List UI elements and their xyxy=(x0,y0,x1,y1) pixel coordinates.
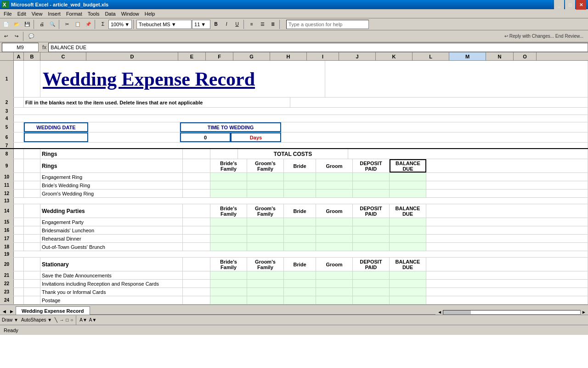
scroll-left-arrow[interactable]: ◄ xyxy=(437,310,442,315)
col-o-header[interactable]: O xyxy=(514,52,537,60)
cell-e17[interactable] xyxy=(183,235,210,242)
time-to-wedding-label[interactable]: TIME TO WEDDING xyxy=(180,122,281,132)
col-b-header[interactable]: B xyxy=(24,52,40,60)
cell-subtitle[interactable]: Fill in the blanks next to the item used… xyxy=(24,98,290,107)
cell-h17[interactable] xyxy=(247,235,284,242)
item-brides-ring[interactable]: Bride's Wedding Ring xyxy=(40,181,183,189)
minimize-btn[interactable]: _ xyxy=(554,0,564,10)
cell-m21[interactable] xyxy=(390,271,426,279)
cell-e24[interactable] xyxy=(183,296,210,304)
cell-a4[interactable] xyxy=(14,115,588,122)
cell-b-title[interactable] xyxy=(24,61,40,97)
cell-i18[interactable] xyxy=(284,243,316,251)
cell-k10[interactable] xyxy=(353,173,390,181)
col-f-header[interactable]: F xyxy=(206,52,233,60)
cell-j12[interactable] xyxy=(316,190,353,197)
align-right-btn[interactable]: ≣ xyxy=(268,19,278,29)
sum-btn[interactable]: Σ xyxy=(98,19,108,29)
cell-g10[interactable] xyxy=(210,173,247,181)
cell-k24[interactable] xyxy=(353,296,390,304)
item-thankyou[interactable]: Thank you or Informal Cards xyxy=(40,288,183,296)
cell-a22[interactable] xyxy=(14,280,24,288)
copy-btn[interactable]: 📋 xyxy=(73,19,83,29)
item-outoftown-brunch[interactable]: Out-of-Town Guests' Brunch xyxy=(40,243,183,251)
cell-h18[interactable] xyxy=(247,243,284,251)
redo-btn[interactable]: ↪ xyxy=(11,31,22,41)
preview-btn[interactable]: 🔍 xyxy=(47,19,57,29)
cell-k22[interactable] xyxy=(353,280,390,288)
maximize-btn[interactable]: □ xyxy=(565,0,575,10)
cell-b18[interactable] xyxy=(24,243,40,251)
cell-j22[interactable] xyxy=(316,280,353,288)
cell-e20[interactable] xyxy=(183,258,210,271)
cell-b17[interactable] xyxy=(24,235,40,242)
cell-b14[interactable] xyxy=(24,204,40,218)
cell-j15[interactable] xyxy=(316,218,353,226)
cell-a11[interactable] xyxy=(14,181,24,189)
col-d-header[interactable]: D xyxy=(86,52,178,60)
cell-reference[interactable]: M9 xyxy=(2,43,39,52)
cell-i17[interactable] xyxy=(284,235,316,242)
cell-i21[interactable] xyxy=(284,271,316,279)
paste-btn[interactable]: 📌 xyxy=(83,19,93,29)
cell-d6[interactable] xyxy=(88,132,180,142)
col-j-header[interactable]: J xyxy=(339,52,376,60)
cell-k11[interactable] xyxy=(353,181,390,189)
cell-b15[interactable] xyxy=(24,218,40,226)
col-e-header[interactable]: E xyxy=(178,52,206,60)
cell-a15[interactable] xyxy=(14,218,24,226)
days-label-cell[interactable]: Days xyxy=(231,132,281,142)
menu-view[interactable]: View xyxy=(29,10,45,17)
wedding-date-label[interactable]: WEDDING DATE xyxy=(24,122,88,132)
italic-btn[interactable]: I xyxy=(221,19,232,29)
cell-b22[interactable] xyxy=(24,280,40,288)
cell-g16[interactable] xyxy=(210,226,247,234)
cell-a16[interactable] xyxy=(14,226,24,234)
cell-h24[interactable] xyxy=(247,296,284,304)
print-btn[interactable]: 🖨 xyxy=(37,19,47,29)
cell-a10[interactable] xyxy=(14,173,24,181)
cell-e14[interactable] xyxy=(183,204,210,218)
underline-btn[interactable]: U xyxy=(232,19,242,29)
align-center-btn[interactable]: ☰ xyxy=(257,19,267,29)
cell-k15[interactable] xyxy=(353,218,390,226)
close-btn[interactable]: ✕ xyxy=(576,0,586,10)
cell-g21[interactable] xyxy=(210,271,247,279)
cell-b24[interactable] xyxy=(24,296,40,304)
wedding-date-value[interactable] xyxy=(24,132,88,142)
cell-i12[interactable] xyxy=(284,190,316,197)
cell-b21[interactable] xyxy=(24,271,40,279)
cell-j18[interactable] xyxy=(316,243,353,251)
cell-a3[interactable] xyxy=(14,108,588,115)
menu-data[interactable]: Data xyxy=(102,10,118,17)
cell-a20[interactable] xyxy=(14,258,24,271)
cell-m18[interactable] xyxy=(390,243,426,251)
cell-e15[interactable] xyxy=(183,218,210,226)
cell-g18[interactable] xyxy=(210,243,247,251)
cell-g22[interactable] xyxy=(210,280,247,288)
font-dropdown[interactable]: Trebuchet MS ▼ xyxy=(136,20,192,29)
line-tool[interactable]: ╲ xyxy=(55,317,57,322)
cell-b8[interactable] xyxy=(24,149,40,159)
cell-e16[interactable] xyxy=(183,226,210,234)
cell-a13[interactable] xyxy=(14,198,588,204)
cell-a23[interactable] xyxy=(14,288,24,296)
cell-b11[interactable] xyxy=(24,181,40,189)
cell-a19[interactable] xyxy=(14,251,588,257)
menu-window[interactable]: Window xyxy=(119,10,142,17)
menu-format[interactable]: Format xyxy=(63,10,85,17)
col-g-header[interactable]: G xyxy=(233,52,270,60)
horizontal-scrollbar[interactable] xyxy=(443,310,581,315)
cell-a2[interactable] xyxy=(14,98,24,107)
cell-j10[interactable] xyxy=(316,173,353,181)
cell-j23[interactable] xyxy=(316,288,353,296)
cell-j16[interactable] xyxy=(316,226,353,234)
cell-j24[interactable] xyxy=(316,296,353,304)
cell-a24[interactable] xyxy=(14,296,24,304)
formula-content[interactable]: BALANCE DUE xyxy=(48,43,588,52)
cell-h22[interactable] xyxy=(247,280,284,288)
font-color-btn[interactable]: A▼ xyxy=(89,317,97,322)
new-btn[interactable]: 📄 xyxy=(1,19,11,29)
tab-scroll-right[interactable]: ▶ xyxy=(8,308,15,315)
cell-b10[interactable] xyxy=(24,173,40,181)
